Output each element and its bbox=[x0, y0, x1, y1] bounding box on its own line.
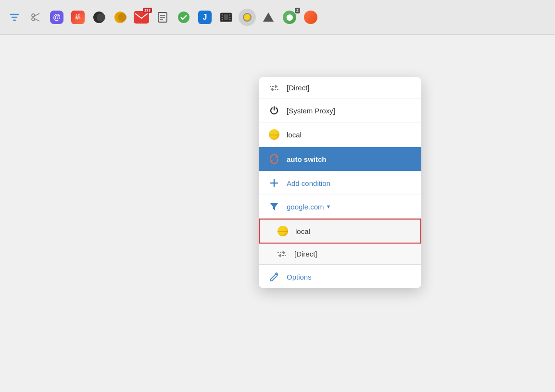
direct-arrows-icon bbox=[268, 84, 280, 92]
local-globe-icon bbox=[268, 129, 280, 140]
svg-point-17 bbox=[222, 19, 223, 20]
sub-direct-item[interactable]: [Direct] bbox=[259, 244, 421, 264]
options-menu-item[interactable]: Options bbox=[259, 265, 421, 288]
funnel-icon[interactable] bbox=[6, 9, 23, 26]
sub-direct-arrows-icon bbox=[276, 250, 288, 258]
options-label: Options bbox=[287, 273, 312, 281]
plus-icon bbox=[268, 178, 280, 188]
paperclip-icon[interactable]: @ bbox=[48, 9, 65, 26]
sub-local-label: local bbox=[295, 227, 310, 235]
wrench-icon bbox=[268, 272, 280, 282]
svg-point-7 bbox=[118, 13, 126, 22]
svg-point-19 bbox=[229, 16, 231, 18]
svg-point-13 bbox=[178, 12, 189, 23]
sub-local-globe-icon bbox=[277, 226, 289, 236]
j-icon[interactable]: J bbox=[196, 9, 214, 26]
svg-point-1 bbox=[32, 18, 35, 21]
topbar: @ 訳 133 bbox=[0, 0, 555, 35]
svg-marker-22 bbox=[263, 12, 274, 22]
svg-rect-8 bbox=[135, 12, 148, 22]
moon-yellow-icon[interactable] bbox=[112, 9, 129, 26]
proxy-active-icon[interactable] bbox=[239, 9, 256, 26]
translate-icon[interactable]: 訳 bbox=[69, 9, 87, 26]
add-condition-menu-item[interactable]: Add condition bbox=[259, 172, 421, 195]
system-proxy-menu-item[interactable]: [System Proxy] bbox=[259, 99, 421, 122]
local-label: local bbox=[287, 131, 302, 139]
check-circle-icon[interactable] bbox=[175, 9, 192, 26]
auto-switch-icon bbox=[268, 154, 280, 164]
svg-point-0 bbox=[32, 14, 35, 17]
artstudio-icon[interactable] bbox=[260, 9, 277, 26]
direct-label: [Direct] bbox=[287, 84, 310, 92]
svg-point-18 bbox=[229, 14, 231, 15]
svg-point-15 bbox=[222, 14, 223, 15]
google-chevron: ▼ bbox=[326, 204, 331, 209]
green-badge: 2 bbox=[295, 8, 300, 13]
svg-point-5 bbox=[97, 13, 105, 22]
power-icon bbox=[268, 106, 280, 115]
main-content: [Direct] [System Proxy] local bbox=[0, 35, 555, 392]
system-proxy-label: [System Proxy] bbox=[287, 107, 335, 115]
svg-point-20 bbox=[229, 19, 231, 20]
sub-local-item[interactable]: local bbox=[259, 219, 421, 244]
google-label: google.com ▼ bbox=[287, 203, 331, 211]
film-icon[interactable] bbox=[217, 9, 235, 26]
svg-marker-27 bbox=[270, 203, 278, 210]
filter-icon bbox=[268, 202, 280, 211]
mail-badge: 133 bbox=[143, 8, 152, 13]
svg-point-30 bbox=[276, 274, 278, 275]
svg-line-3 bbox=[35, 18, 40, 21]
doc-icon[interactable] bbox=[154, 9, 171, 26]
sub-direct-label: [Direct] bbox=[294, 250, 317, 258]
svg-line-2 bbox=[35, 13, 40, 16]
orange-icon[interactable] bbox=[302, 9, 319, 26]
svg-rect-21 bbox=[224, 14, 228, 20]
auto-switch-menu-item[interactable]: auto switch bbox=[259, 147, 421, 172]
mail-icon[interactable]: 133 bbox=[133, 9, 150, 26]
svg-point-16 bbox=[222, 16, 223, 18]
google-text: google.com bbox=[287, 203, 324, 211]
moon-dark-icon[interactable] bbox=[90, 9, 108, 26]
scissors-icon[interactable] bbox=[27, 9, 44, 26]
green-notification-icon[interactable]: ⬤ 2 bbox=[281, 9, 298, 26]
auto-switch-label: auto switch bbox=[287, 155, 327, 163]
sub-items-section: local [Direct] bbox=[259, 218, 421, 265]
proxy-dropdown-menu: [Direct] [System Proxy] local bbox=[259, 77, 421, 288]
google-rule-menu-item[interactable]: google.com ▼ bbox=[259, 195, 421, 218]
local-menu-item[interactable]: local bbox=[259, 122, 421, 147]
direct-menu-item[interactable]: [Direct] bbox=[259, 77, 421, 99]
add-condition-label: Add condition bbox=[287, 179, 330, 187]
